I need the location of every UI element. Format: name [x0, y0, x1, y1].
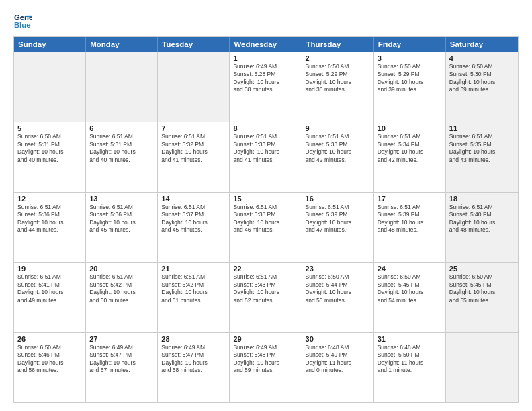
calendar-cell: 19Sunrise: 6:51 AM Sunset: 5:41 PM Dayli… [14, 263, 86, 332]
day-number: 30 [306, 335, 370, 343]
calendar-cell: 2Sunrise: 6:50 AM Sunset: 5:29 PM Daylig… [302, 52, 374, 122]
day-number: 26 [17, 335, 82, 343]
day-info: Sunrise: 6:50 AM Sunset: 5:44 PM Dayligh… [306, 273, 370, 304]
calendar: SundayMondayTuesdayWednesdayThursdayFrid… [13, 36, 519, 403]
calendar-cell: 8Sunrise: 6:51 AM Sunset: 5:33 PM Daylig… [230, 122, 302, 191]
day-info: Sunrise: 6:48 AM Sunset: 5:49 PM Dayligh… [306, 344, 370, 375]
calendar-cell: 30Sunrise: 6:48 AM Sunset: 5:49 PM Dayli… [302, 333, 374, 402]
calendar-cell: 25Sunrise: 6:50 AM Sunset: 5:45 PM Dayli… [446, 263, 518, 332]
day-number: 7 [161, 124, 226, 132]
calendar-cell: 11Sunrise: 6:51 AM Sunset: 5:35 PM Dayli… [446, 122, 518, 191]
logo: General Blue [13, 11, 35, 30]
calendar-cell: 5Sunrise: 6:50 AM Sunset: 5:31 PM Daylig… [14, 122, 86, 191]
header: General Blue [13, 11, 519, 30]
day-number: 18 [449, 195, 515, 203]
day-info: Sunrise: 6:51 AM Sunset: 5:37 PM Dayligh… [161, 203, 226, 234]
calendar-cell: 9Sunrise: 6:51 AM Sunset: 5:33 PM Daylig… [302, 122, 374, 191]
day-number: 23 [306, 265, 370, 273]
day-info: Sunrise: 6:51 AM Sunset: 5:42 PM Dayligh… [161, 273, 226, 304]
day-number: 16 [306, 195, 370, 203]
day-number: 5 [17, 124, 82, 132]
calendar-cell [14, 52, 86, 122]
day-number: 28 [161, 335, 226, 343]
day-info: Sunrise: 6:51 AM Sunset: 5:43 PM Dayligh… [233, 273, 298, 304]
day-info: Sunrise: 6:50 AM Sunset: 5:30 PM Dayligh… [449, 63, 515, 94]
calendar-cell: 31Sunrise: 6:48 AM Sunset: 5:50 PM Dayli… [374, 333, 446, 402]
day-info: Sunrise: 6:49 AM Sunset: 5:48 PM Dayligh… [233, 344, 298, 375]
day-info: Sunrise: 6:50 AM Sunset: 5:45 PM Dayligh… [378, 273, 442, 304]
calendar-header-row: SundayMondayTuesdayWednesdayThursdayFrid… [14, 37, 518, 52]
day-number: 6 [89, 124, 154, 132]
logo-icon: General Blue [13, 11, 32, 30]
calendar-cell: 15Sunrise: 6:51 AM Sunset: 5:38 PM Dayli… [230, 193, 302, 262]
day-info: Sunrise: 6:51 AM Sunset: 5:33 PM Dayligh… [306, 133, 370, 164]
calendar-cell [86, 52, 158, 122]
calendar-cell [158, 52, 230, 122]
calendar-cell: 29Sunrise: 6:49 AM Sunset: 5:48 PM Dayli… [230, 333, 302, 402]
day-info: Sunrise: 6:51 AM Sunset: 5:36 PM Dayligh… [89, 203, 154, 234]
day-info: Sunrise: 6:50 AM Sunset: 5:46 PM Dayligh… [17, 344, 82, 375]
calendar-cell: 7Sunrise: 6:51 AM Sunset: 5:32 PM Daylig… [158, 122, 230, 191]
weekday-header: Tuesday [158, 37, 230, 52]
day-info: Sunrise: 6:51 AM Sunset: 5:34 PM Dayligh… [378, 133, 442, 164]
weekday-header: Friday [374, 37, 446, 52]
day-info: Sunrise: 6:51 AM Sunset: 5:40 PM Dayligh… [449, 203, 515, 234]
day-info: Sunrise: 6:50 AM Sunset: 5:29 PM Dayligh… [378, 63, 442, 94]
calendar-cell: 10Sunrise: 6:51 AM Sunset: 5:34 PM Dayli… [374, 122, 446, 191]
calendar-cell: 17Sunrise: 6:51 AM Sunset: 5:39 PM Dayli… [374, 193, 446, 262]
day-info: Sunrise: 6:51 AM Sunset: 5:32 PM Dayligh… [161, 133, 226, 164]
calendar-cell: 4Sunrise: 6:50 AM Sunset: 5:30 PM Daylig… [446, 52, 518, 122]
page: General Blue SundayMondayTuesdayWednesda… [0, 0, 532, 411]
day-info: Sunrise: 6:50 AM Sunset: 5:45 PM Dayligh… [449, 273, 515, 304]
day-info: Sunrise: 6:50 AM Sunset: 5:29 PM Dayligh… [306, 63, 370, 94]
calendar-cell: 23Sunrise: 6:50 AM Sunset: 5:44 PM Dayli… [302, 263, 374, 332]
day-number: 25 [449, 265, 515, 273]
calendar-week: 5Sunrise: 6:50 AM Sunset: 5:31 PM Daylig… [14, 122, 518, 191]
calendar-cell [446, 333, 518, 402]
day-number: 8 [233, 124, 298, 132]
weekday-header: Wednesday [230, 37, 302, 52]
day-number: 21 [161, 265, 226, 273]
calendar-cell: 20Sunrise: 6:51 AM Sunset: 5:42 PM Dayli… [86, 263, 158, 332]
day-number: 9 [306, 124, 370, 132]
calendar-week: 1Sunrise: 6:49 AM Sunset: 5:28 PM Daylig… [14, 52, 518, 122]
calendar-week: 12Sunrise: 6:51 AM Sunset: 5:36 PM Dayli… [14, 192, 518, 262]
day-number: 15 [233, 195, 298, 203]
day-number: 2 [306, 54, 370, 62]
day-number: 10 [378, 124, 442, 132]
calendar-cell: 22Sunrise: 6:51 AM Sunset: 5:43 PM Dayli… [230, 263, 302, 332]
day-number: 19 [17, 265, 82, 273]
calendar-cell: 21Sunrise: 6:51 AM Sunset: 5:42 PM Dayli… [158, 263, 230, 332]
day-number: 31 [378, 335, 442, 343]
day-info: Sunrise: 6:51 AM Sunset: 5:41 PM Dayligh… [17, 273, 82, 304]
day-number: 11 [449, 124, 515, 132]
day-info: Sunrise: 6:51 AM Sunset: 5:39 PM Dayligh… [378, 203, 442, 234]
day-info: Sunrise: 6:51 AM Sunset: 5:31 PM Dayligh… [89, 133, 154, 164]
day-info: Sunrise: 6:51 AM Sunset: 5:42 PM Dayligh… [89, 273, 154, 304]
day-number: 24 [378, 265, 442, 273]
day-info: Sunrise: 6:51 AM Sunset: 5:35 PM Dayligh… [449, 133, 515, 164]
calendar-cell: 16Sunrise: 6:51 AM Sunset: 5:39 PM Dayli… [302, 193, 374, 262]
weekday-header: Sunday [14, 37, 86, 52]
day-info: Sunrise: 6:51 AM Sunset: 5:38 PM Dayligh… [233, 203, 298, 234]
weekday-header: Saturday [446, 37, 518, 52]
day-number: 1 [233, 54, 298, 62]
calendar-cell: 12Sunrise: 6:51 AM Sunset: 5:36 PM Dayli… [14, 193, 86, 262]
day-number: 20 [89, 265, 154, 273]
calendar-cell: 13Sunrise: 6:51 AM Sunset: 5:36 PM Dayli… [86, 193, 158, 262]
calendar-cell: 14Sunrise: 6:51 AM Sunset: 5:37 PM Dayli… [158, 193, 230, 262]
day-info: Sunrise: 6:48 AM Sunset: 5:50 PM Dayligh… [378, 344, 442, 375]
calendar-cell: 3Sunrise: 6:50 AM Sunset: 5:29 PM Daylig… [374, 52, 446, 122]
day-number: 4 [449, 54, 515, 62]
day-number: 27 [89, 335, 154, 343]
day-number: 17 [378, 195, 442, 203]
day-number: 29 [233, 335, 298, 343]
day-info: Sunrise: 6:51 AM Sunset: 5:36 PM Dayligh… [17, 203, 82, 234]
day-info: Sunrise: 6:49 AM Sunset: 5:28 PM Dayligh… [233, 63, 298, 94]
weekday-header: Thursday [302, 37, 374, 52]
day-number: 14 [161, 195, 226, 203]
calendar-week: 26Sunrise: 6:50 AM Sunset: 5:46 PM Dayli… [14, 332, 518, 402]
calendar-cell: 1Sunrise: 6:49 AM Sunset: 5:28 PM Daylig… [230, 52, 302, 122]
day-info: Sunrise: 6:49 AM Sunset: 5:47 PM Dayligh… [161, 344, 226, 375]
calendar-cell: 24Sunrise: 6:50 AM Sunset: 5:45 PM Dayli… [374, 263, 446, 332]
